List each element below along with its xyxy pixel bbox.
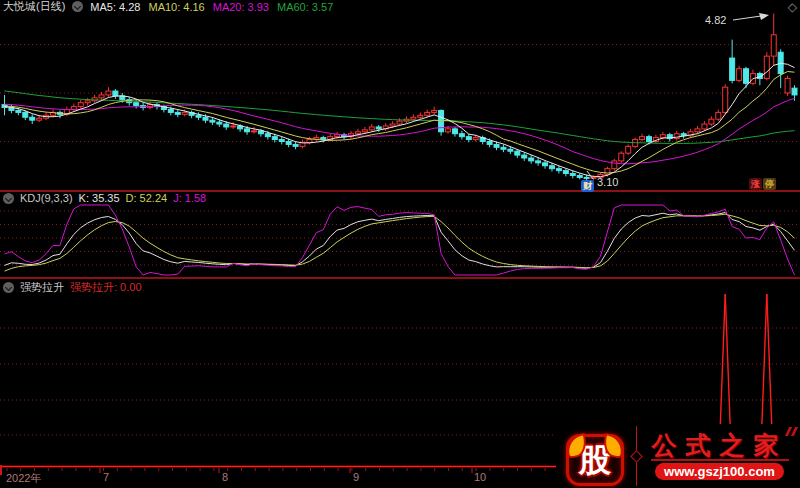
signal-spike	[762, 294, 767, 427]
candle	[702, 124, 707, 129]
kdj-j-value: J: 1.58	[173, 192, 206, 204]
candle	[182, 112, 187, 114]
panel-divider[interactable]	[0, 277, 800, 279]
candle	[640, 137, 645, 140]
kdj-k-value: K: 35.35	[79, 192, 120, 204]
brand-url: www.gszj100.com	[655, 463, 784, 480]
kdj-line-d	[5, 214, 795, 271]
candle	[425, 112, 430, 115]
candle	[196, 115, 201, 117]
brand-underline	[651, 459, 789, 461]
collapse-main-panel-icon[interactable]	[72, 1, 83, 12]
candle	[16, 110, 21, 112]
axis-left-tick	[0, 465, 2, 475]
candle	[501, 147, 506, 149]
logo-divider	[636, 426, 637, 486]
ma-legend: MA5: 4.28MA10: 4.16MA20: 3.93MA60: 3.57	[90, 1, 333, 13]
candle	[543, 163, 548, 166]
candle	[494, 144, 499, 147]
x-axis-label: 7	[103, 471, 109, 483]
stock-app-window: 大悦城(日线) MA5: 4.28MA10: 4.16MA20: 3.93MA6…	[0, 0, 800, 488]
candle	[446, 129, 451, 132]
candle	[78, 103, 83, 107]
candle	[563, 171, 568, 174]
event-marker-badge[interactable]: 停	[763, 178, 776, 190]
kdj-d-value: D: 52.24	[126, 192, 168, 204]
candle	[459, 134, 464, 137]
brand-name: 公式之家	[652, 432, 788, 458]
candle	[556, 169, 561, 171]
annotation-line	[733, 16, 761, 20]
candle	[605, 169, 610, 175]
candle	[716, 112, 721, 119]
candle	[619, 153, 624, 161]
candle	[646, 137, 651, 142]
candle	[37, 118, 42, 120]
collapse-kdj-panel-icon[interactable]	[3, 193, 14, 204]
price-annotation: 3.10	[597, 176, 618, 188]
candle	[744, 69, 749, 84]
candle	[293, 144, 298, 146]
candlestick-chart[interactable]: 4.823.10	[0, 13, 800, 190]
stock-title: 大悦城(日线)	[3, 0, 65, 14]
signal-spike	[725, 294, 730, 427]
candle	[508, 149, 513, 151]
signal-title: 强势拉升	[20, 280, 64, 295]
kdj-header: KDJ(9,3,3) K: 35.35 D: 52.24 J: 1.58	[3, 192, 206, 204]
candle	[529, 158, 534, 161]
candle	[432, 110, 437, 112]
candle	[99, 95, 104, 98]
candle	[792, 88, 797, 95]
event-marker-badge[interactable]: 涨	[749, 178, 762, 190]
candle	[369, 127, 374, 130]
candle	[473, 138, 478, 140]
event-marker-badge[interactable]: 财	[581, 180, 594, 192]
candle	[272, 137, 277, 140]
candle	[570, 174, 575, 176]
main-chart-header: 大悦城(日线) MA5: 4.28MA10: 4.16MA20: 3.93MA6…	[3, 0, 333, 13]
signal-spike	[767, 294, 772, 427]
candle	[584, 177, 589, 178]
candle	[217, 122, 222, 124]
x-axis-label: 10	[474, 471, 486, 483]
candle	[23, 112, 28, 117]
candle	[411, 117, 416, 119]
ma-label: MA20: 3.93	[213, 1, 269, 13]
candle	[612, 161, 617, 169]
ma-label: MA5: 4.28	[90, 1, 140, 13]
candle	[168, 109, 173, 112]
corner-diamond-icon[interactable]: ◇	[788, 1, 797, 13]
candle	[390, 124, 395, 126]
candle	[203, 117, 208, 120]
candle	[362, 130, 367, 132]
candle	[335, 135, 340, 137]
collapse-signal-panel-icon[interactable]	[3, 282, 14, 293]
candle	[30, 117, 35, 120]
logo-quote-mark	[787, 427, 796, 436]
annotation-arrow	[759, 13, 769, 20]
candle	[134, 103, 139, 106]
x-axis-label: 2022年	[6, 471, 41, 486]
candle	[321, 138, 326, 140]
candle	[231, 126, 236, 127]
candle	[452, 129, 457, 134]
kdj-title: KDJ(9,3,3)	[20, 192, 73, 204]
kdj-chart[interactable]	[0, 203, 800, 277]
candle	[279, 140, 284, 142]
candle	[695, 129, 700, 132]
candle	[522, 155, 527, 158]
candle	[355, 132, 360, 134]
candle	[307, 140, 312, 143]
signal-value: 强势拉升: 0.00	[70, 280, 142, 295]
ma-label: MA10: 4.16	[148, 1, 204, 13]
price-annotation: 4.82	[705, 14, 726, 26]
candle	[487, 142, 492, 145]
signal-spike	[720, 294, 725, 427]
candle	[660, 135, 665, 138]
bull-logo-icon: 股	[562, 428, 628, 484]
candle	[549, 166, 554, 169]
candle	[730, 58, 735, 80]
candle	[397, 121, 402, 124]
candle	[175, 112, 180, 114]
candle	[286, 142, 291, 145]
